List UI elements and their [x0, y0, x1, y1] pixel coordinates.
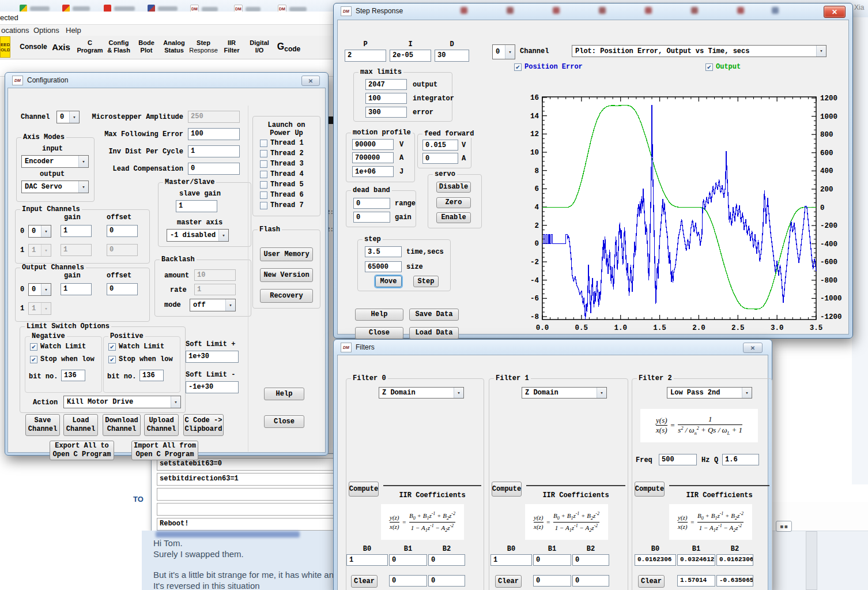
checkbox-unchecked-icon[interactable] [260, 160, 267, 168]
slave-gain-field[interactable]: 1 [176, 200, 217, 212]
max-output-field[interactable]: 2047 [365, 79, 407, 90]
q-field[interactable]: 1.6 [722, 454, 759, 465]
toolbar-button-config-flash[interactable]: Config& Flash [105, 36, 133, 58]
feed-hold-button[interactable]: EED OLD [0, 36, 10, 58]
toolbar-button-gcode[interactable]: Gcode [274, 36, 303, 58]
checkbox-unchecked-icon[interactable] [260, 191, 267, 199]
toolbar-button-step-response[interactable]: StepResponse [189, 36, 218, 58]
ff-v-field[interactable]: 0.015 [422, 140, 458, 151]
input-ch0-offset[interactable]: 0 [107, 225, 138, 237]
move-button[interactable]: Move [375, 276, 402, 287]
filter-1-a2-field[interactable]: 0 [572, 575, 609, 587]
filter-2-type-select[interactable]: Low Pass 2nd▾ [667, 387, 752, 399]
toolbar-button-analog-status[interactable]: AnalogStatus [160, 36, 188, 58]
filter-1-type-select[interactable]: Z Domain▾ [522, 387, 607, 399]
checkbox-checked-icon[interactable]: ✔ [108, 343, 116, 351]
download-channel-button[interactable]: DownloadChannel [103, 414, 141, 436]
checkbox-checked-icon[interactable]: ✔ [514, 63, 522, 71]
filter-0-a2-field[interactable]: 0 [428, 575, 465, 587]
filter-2-b2-field[interactable]: 0.0162306 [716, 554, 753, 566]
recovery-button[interactable]: Recovery [260, 289, 313, 303]
filter-2-a2-field[interactable]: -0.635065 [716, 575, 753, 587]
soft-limit-minus-field[interactable]: -1e+30 [186, 381, 239, 393]
input-mode-select[interactable]: Encoder▾ [21, 155, 89, 168]
d-field[interactable]: 30 [435, 50, 469, 62]
filter-1-b2-field[interactable]: 0 [572, 554, 609, 566]
disable-button[interactable]: Disable [436, 182, 471, 193]
sr-channel-select[interactable]: 0▾ [492, 44, 515, 59]
close-icon[interactable]: ✕ [301, 76, 320, 86]
output-ch0-offset[interactable]: 0 [107, 283, 138, 295]
config-close-button[interactable]: Close [264, 415, 304, 428]
deadband-gain-field[interactable]: 0 [353, 212, 390, 223]
filter-1-b0-field[interactable]: 1 [490, 554, 532, 566]
lead-compensation-field[interactable]: 0 [188, 163, 240, 175]
input-ch0-select[interactable]: 0▾ [28, 225, 51, 238]
output-mode-select[interactable]: DAC Servo▾ [21, 181, 89, 193]
filter-0-a1-field[interactable]: 0 [389, 575, 427, 587]
filter-1-a1-field[interactable]: 0 [533, 575, 571, 587]
import-all-button[interactable]: Import All fromOpen C Program [131, 441, 198, 460]
zero-button[interactable]: Zero [436, 197, 471, 208]
filter-0-compute-button[interactable]: Compute [349, 482, 379, 497]
sr-close-button[interactable]: Close [355, 327, 403, 339]
checkbox-checked-icon[interactable]: ✔ [30, 343, 37, 351]
max-error-field[interactable]: 300 [365, 107, 407, 118]
soft-limit-plus-field[interactable]: 1e+30 [186, 351, 239, 363]
background-scrollbar[interactable] [806, 531, 817, 590]
velocity-field[interactable]: 90000 [352, 139, 394, 150]
save-data-button[interactable]: Save Data [409, 309, 459, 321]
step-time-field[interactable]: 3.5 [365, 246, 402, 257]
load-channel-button[interactable]: LoadChannel [63, 414, 98, 436]
config-help-button[interactable]: Help [264, 388, 304, 400]
toolbar-button-c-program[interactable]: CProgram [75, 36, 105, 58]
p-field[interactable]: 2 [345, 50, 386, 62]
filter-2-b1-field[interactable]: 0.0324612 [677, 554, 715, 566]
enable-button[interactable]: Enable [436, 212, 471, 223]
window-icon[interactable]: ■ ■ [776, 521, 792, 532]
channel-select[interactable]: 0▾ [56, 111, 80, 123]
new-version-button[interactable]: New Version [260, 268, 313, 282]
checkbox-unchecked-icon[interactable] [260, 140, 267, 147]
backlash-mode-select[interactable]: off▾ [190, 299, 236, 311]
i-field[interactable]: 2e-05 [390, 50, 431, 62]
ff-a-field[interactable]: 0 [422, 153, 458, 164]
negative-bit-field[interactable]: 136 [61, 370, 85, 381]
ccode-clipboard-button[interactable]: C Code ->Clipboard [183, 414, 224, 436]
checkbox-unchecked-icon[interactable] [260, 171, 267, 178]
close-icon[interactable]: ✕ [743, 343, 763, 353]
filter-1-compute-button[interactable]: Compute [492, 482, 522, 497]
output-ch0-select[interactable]: 0▾ [28, 283, 51, 296]
user-memory-button[interactable]: User Memory [260, 247, 313, 261]
freq-field[interactable]: 500 [659, 454, 697, 465]
accel-field[interactable]: 700000 [352, 152, 394, 163]
toolbar-button-iir-filter[interactable]: IIRFilter [220, 36, 243, 58]
save-channel-button[interactable]: SaveChannel [25, 414, 60, 436]
checkbox-checked-icon[interactable]: ✔ [108, 356, 116, 363]
deadband-range-field[interactable]: 0 [353, 198, 390, 209]
checkbox-unchecked-icon[interactable] [260, 202, 267, 209]
checkbox-unchecked-icon[interactable] [260, 181, 267, 189]
top-link-fragment[interactable]: TO [133, 495, 144, 503]
checkbox-checked-icon[interactable]: ✔ [705, 63, 713, 71]
input-ch0-gain[interactable]: 1 [61, 225, 92, 237]
inv-dist-per-cycle-field[interactable]: 1 [188, 145, 240, 157]
max-following-error-field[interactable]: 100 [188, 128, 240, 140]
max-integrator-field[interactable]: 100 [365, 93, 407, 104]
master-axis-select[interactable]: -1 disabled▾ [167, 229, 229, 242]
checkbox-checked-icon[interactable]: ✔ [30, 356, 37, 363]
sr-help-button[interactable]: Help [355, 309, 403, 321]
upload-channel-button[interactable]: UploadChannel [144, 414, 179, 436]
filter-1-b1-field[interactable]: 0 [533, 554, 571, 566]
filter-0-type-select[interactable]: Z Domain▾ [379, 387, 464, 399]
toolbar-button-axis[interactable]: Axis [50, 36, 73, 58]
filter-2-clear-button[interactable]: Clear [638, 575, 665, 588]
load-data-button[interactable]: Load Data [409, 327, 459, 339]
filter-2-b0-field[interactable]: 0.0162306 [635, 554, 676, 566]
positive-bit-field[interactable]: 136 [139, 370, 164, 381]
menu-item-help[interactable]: Help [66, 26, 81, 35]
filter-0-clear-button[interactable]: Clear [351, 575, 378, 588]
step-button[interactable]: Step [413, 276, 439, 287]
output-ch0-gain[interactable]: 1 [61, 283, 92, 295]
menu-item-locations[interactable]: ocations [1, 26, 29, 35]
